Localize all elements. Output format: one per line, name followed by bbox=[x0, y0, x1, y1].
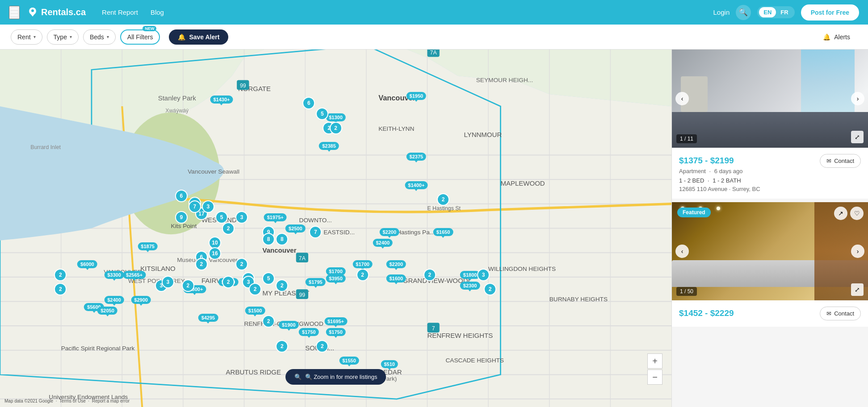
map-controls: + − bbox=[647, 353, 663, 385]
new-badge: NEW bbox=[143, 26, 156, 31]
listings-panel: ‹ › 1 / 11 ⤢ $1375 - $2199 ✉ Contact Apa… bbox=[671, 50, 868, 407]
svg-text:7A: 7A bbox=[430, 50, 437, 56]
contact-button[interactable]: ✉ Contact bbox=[820, 307, 861, 320]
listing-price: $1452 - $2229 bbox=[679, 308, 734, 318]
map-container[interactable]: Stanley Park Xwáýwáý Vancouver Seawall B… bbox=[0, 50, 671, 407]
listing-beds: 1 - 2 BED bbox=[679, 177, 704, 184]
envelope-icon: ✉ bbox=[826, 158, 831, 164]
svg-text:VANCOUVER: VANCOUVER bbox=[104, 269, 142, 275]
svg-text:KITSILANO: KITSILANO bbox=[140, 265, 175, 272]
bell-icon: 🔔 bbox=[178, 33, 185, 41]
rent-filter[interactable]: Rent ▾ bbox=[11, 29, 42, 45]
listing-top-row: $1452 - $2229 ✉ Contact bbox=[679, 307, 861, 320]
hamburger-button[interactable]: ☰ bbox=[9, 6, 20, 19]
svg-text:Stanley Park: Stanley Park bbox=[158, 94, 197, 102]
svg-text:WEST POINT GREY: WEST POINT GREY bbox=[128, 278, 185, 284]
svg-text:WILLINGDON HEIGHTS: WILLINGDON HEIGHTS bbox=[488, 266, 556, 272]
svg-text:CASCADE HEIGHTS: CASCADE HEIGHTS bbox=[445, 357, 504, 364]
logo-text: Rentals.ca bbox=[41, 7, 86, 17]
login-button[interactable]: Login bbox=[713, 8, 730, 16]
listing-type: Apartment bbox=[679, 168, 706, 174]
listing-address: 12685 110 Avenue · Surrey, BC bbox=[679, 186, 861, 192]
main-layout: Stanley Park Xwáýwáý Vancouver Seawall B… bbox=[0, 50, 868, 407]
report-error-link[interactable]: Report a map error bbox=[92, 399, 130, 403]
zoom-notice: 🔍 🔍 Zoom in for more listings bbox=[285, 369, 386, 385]
favorite-button[interactable]: ♡ bbox=[850, 207, 864, 220]
listing-posted: 6 days ago bbox=[714, 168, 743, 174]
chevron-down-icon: ▾ bbox=[34, 34, 36, 39]
zoom-out-button[interactable]: − bbox=[647, 370, 663, 385]
listing-image-wrap: ‹ › 1 / 11 ⤢ bbox=[672, 50, 868, 148]
listing-baths: 1 - 2 BATH bbox=[713, 177, 741, 184]
svg-text:Museum of Vancouver: Museum of Vancouver bbox=[177, 257, 238, 263]
search-icon: 🔍 bbox=[294, 374, 302, 380]
featured-badge: Featured bbox=[677, 208, 711, 217]
svg-text:Hastings Pa...: Hastings Pa... bbox=[397, 229, 435, 236]
svg-text:Xwáýwáý: Xwáýwáý bbox=[165, 108, 189, 114]
envelope-icon: ✉ bbox=[826, 310, 831, 317]
svg-text:Pacific Spirit Regional Park: Pacific Spirit Regional Park bbox=[61, 345, 135, 352]
type-filter[interactable]: Type ▾ bbox=[47, 29, 79, 45]
listing-info: $1452 - $2229 ✉ Contact bbox=[672, 300, 868, 327]
svg-text:Vancouver: Vancouver bbox=[263, 246, 297, 254]
alerts-button[interactable]: 🔔 Alerts bbox=[816, 30, 857, 44]
header-nav: Rent Report Blog bbox=[102, 8, 164, 16]
share-button[interactable]: ↗ bbox=[834, 207, 847, 220]
image-prev-button[interactable]: ‹ bbox=[675, 245, 689, 258]
expand-button[interactable]: ⤢ bbox=[851, 131, 864, 143]
header-right: Login 🔍 EN FR Post for Free bbox=[713, 4, 859, 21]
svg-text:ARBUTUS RIDGE: ARBUTUS RIDGE bbox=[226, 368, 281, 376]
svg-point-1 bbox=[31, 9, 34, 12]
search-button[interactable]: 🔍 bbox=[736, 5, 751, 20]
image-next-button[interactable]: › bbox=[851, 245, 864, 258]
listing-image-wrap: Featured ↗ ♡ ‹ › 1 / 50 ⤢ bbox=[672, 202, 868, 300]
svg-text:WEST END: WEST END bbox=[201, 216, 237, 224]
beds-filter[interactable]: Beds ▾ bbox=[83, 29, 116, 45]
nav-rent-report[interactable]: Rent Report bbox=[102, 8, 138, 16]
chevron-down-icon: ▾ bbox=[70, 34, 72, 39]
svg-text:Vancouver: Vancouver bbox=[378, 94, 415, 102]
chevron-down-icon: ▾ bbox=[107, 34, 109, 39]
filter-group: Rent ▾ Type ▾ Beds ▾ NEW All Filters 🔔 S… bbox=[11, 29, 228, 45]
listing-price: $1375 - $2199 bbox=[679, 156, 734, 166]
listing-card: Featured ↗ ♡ ‹ › 1 / 50 ⤢ $1452 - $2229 … bbox=[672, 202, 868, 327]
nav-blog[interactable]: Blog bbox=[151, 8, 164, 16]
logo[interactable]: Rentals.ca bbox=[27, 7, 86, 18]
svg-text:7A: 7A bbox=[299, 255, 306, 262]
listing-type-row: Apartment · 6 days ago bbox=[679, 168, 861, 174]
image-counter: 1 / 11 bbox=[676, 134, 697, 143]
svg-text:Burrard Inlet: Burrard Inlet bbox=[30, 144, 61, 150]
save-alert-button[interactable]: 🔔 Save Alert bbox=[169, 29, 228, 45]
svg-text:BURNABY HEIGHTS: BURNABY HEIGHTS bbox=[549, 296, 608, 303]
terms-of-use-link[interactable]: Terms of Use bbox=[59, 399, 86, 403]
image-next-button[interactable]: › bbox=[851, 92, 864, 105]
svg-text:RENFREW HEIGHTS: RENFREW HEIGHTS bbox=[427, 332, 493, 339]
post-for-free-button[interactable]: Post for Free bbox=[801, 4, 859, 21]
svg-text:KEITH-LYNN: KEITH-LYNN bbox=[378, 125, 414, 132]
svg-text:99: 99 bbox=[240, 83, 246, 89]
listing-info: $1375 - $2199 ✉ Contact Apartment · 6 da… bbox=[672, 148, 868, 199]
lang-fr-button[interactable]: FR bbox=[776, 7, 793, 17]
svg-text:Kits Point: Kits Point bbox=[171, 223, 197, 230]
lang-en-button[interactable]: EN bbox=[759, 7, 776, 17]
logo-icon bbox=[27, 7, 38, 18]
map-footer: Map data ©2021 Google · Terms of Use · R… bbox=[4, 399, 130, 403]
filter-bar: Rent ▾ Type ▾ Beds ▾ NEW All Filters 🔔 S… bbox=[0, 25, 868, 50]
svg-text:LYNNMOUR: LYNNMOUR bbox=[464, 131, 502, 138]
zoom-in-button[interactable]: + bbox=[647, 353, 663, 369]
svg-text:SOUTH...: SOUTH... bbox=[305, 344, 334, 352]
svg-text:DOWNTO...: DOWNTO... bbox=[299, 217, 332, 224]
svg-text:7: 7 bbox=[432, 325, 435, 332]
contact-button[interactable]: ✉ Contact bbox=[820, 154, 861, 168]
svg-text:EASTSID...: EASTSID... bbox=[323, 229, 355, 236]
svg-text:GRANDVIEW-WOODL...: GRANDVIEW-WOODL... bbox=[403, 277, 478, 284]
header: ☰ Rentals.ca Rent Report Blog Login 🔍 EN… bbox=[0, 0, 868, 25]
svg-text:MAPLEWOOD: MAPLEWOOD bbox=[500, 179, 545, 187]
image-prev-button[interactable]: ‹ bbox=[675, 92, 689, 105]
listing-top-row: $1375 - $2199 ✉ Contact bbox=[679, 154, 861, 168]
all-filters-button[interactable]: NEW All Filters bbox=[120, 29, 160, 45]
map-background: Stanley Park Xwáýwáý Vancouver Seawall B… bbox=[0, 50, 671, 407]
svg-text:Vancouver Seawall: Vancouver Seawall bbox=[188, 168, 239, 175]
expand-button[interactable]: ⤢ bbox=[851, 283, 864, 296]
bell-outline-icon: 🔔 bbox=[823, 33, 830, 41]
